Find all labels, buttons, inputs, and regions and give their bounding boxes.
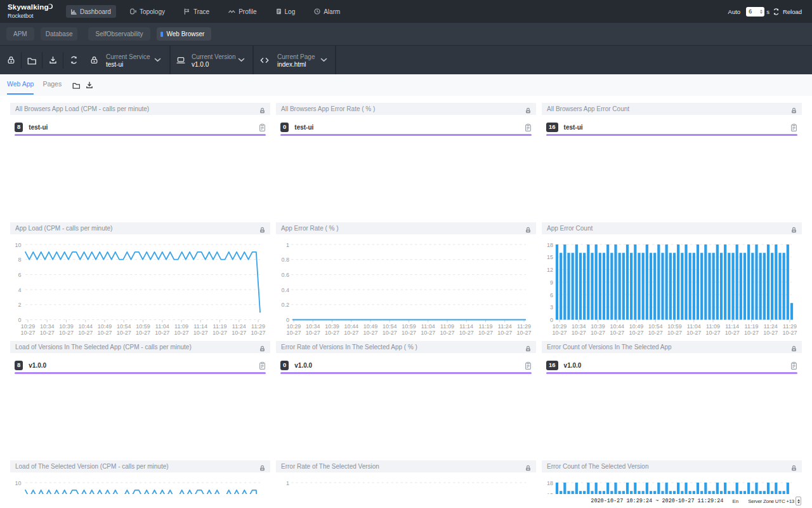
svg-text:10-27: 10-27 (725, 330, 740, 336)
svg-text:10-27: 10-27 (497, 330, 512, 336)
svg-text:1: 1 (286, 479, 289, 486)
svg-text:3: 3 (550, 304, 553, 311)
svg-text:11:04: 11:04 (155, 323, 169, 329)
svg-text:10: 10 (15, 479, 21, 486)
svg-text:10-27: 10-27 (648, 330, 663, 336)
svg-text:10-27: 10-27 (402, 330, 416, 336)
svg-text:0.4: 0.4 (281, 286, 289, 293)
svg-text:10:29: 10:29 (287, 323, 301, 329)
svg-text:10:39: 10:39 (59, 323, 74, 329)
svg-text:10:49: 10:49 (98, 323, 112, 329)
svg-text:11:29: 11:29 (251, 323, 265, 329)
svg-text:11:04: 11:04 (687, 323, 701, 329)
svg-text:10:39: 10:39 (325, 323, 339, 329)
svg-text:0.8: 0.8 (281, 257, 289, 263)
svg-text:0: 0 (286, 317, 289, 323)
svg-text:11:19: 11:19 (479, 323, 493, 329)
svg-text:10: 10 (15, 241, 21, 248)
svg-text:10-27: 10-27 (213, 330, 227, 336)
svg-text:0.2: 0.2 (281, 302, 289, 308)
svg-text:10-27: 10-27 (325, 330, 339, 336)
svg-text:10:54: 10:54 (648, 323, 663, 329)
svg-text:10:44: 10:44 (344, 323, 359, 329)
svg-text:10-27: 10-27 (629, 330, 643, 336)
svg-text:10:39: 10:39 (591, 323, 605, 329)
svg-text:10-27: 10-27 (667, 330, 682, 336)
svg-text:10-27: 10-27 (782, 330, 797, 336)
svg-text:10-27: 10-27 (20, 330, 35, 336)
svg-text:10:54: 10:54 (117, 323, 131, 329)
svg-text:11:09: 11:09 (174, 323, 188, 329)
svg-text:6: 6 (550, 291, 553, 298)
svg-text:11:09: 11:09 (706, 323, 720, 329)
svg-text:15: 15 (547, 254, 553, 260)
svg-text:11:24: 11:24 (764, 323, 778, 329)
svg-text:10:34: 10:34 (306, 323, 320, 329)
svg-text:10-27: 10-27 (155, 330, 169, 336)
svg-text:11:14: 11:14 (193, 323, 207, 329)
svg-text:10-27: 10-27 (193, 330, 208, 336)
svg-text:10-27: 10-27 (763, 330, 778, 336)
svg-text:9: 9 (550, 279, 553, 285)
svg-text:10:29: 10:29 (21, 323, 36, 329)
svg-text:10-27: 10-27 (136, 330, 150, 336)
svg-text:0: 0 (550, 317, 553, 323)
svg-text:10-27: 10-27 (744, 330, 759, 336)
svg-text:6: 6 (18, 271, 21, 277)
svg-text:11:04: 11:04 (421, 323, 435, 329)
svg-text:8: 8 (18, 257, 21, 263)
svg-text:1: 1 (286, 241, 289, 248)
svg-text:10:49: 10:49 (363, 323, 378, 329)
svg-text:11:29: 11:29 (517, 323, 531, 329)
svg-text:4: 4 (18, 286, 21, 293)
svg-text:2: 2 (18, 302, 21, 308)
svg-text:11:14: 11:14 (459, 323, 473, 329)
svg-text:10-27: 10-27 (516, 330, 531, 336)
svg-text:10:49: 10:49 (629, 323, 644, 329)
svg-text:10:59: 10:59 (402, 323, 416, 329)
svg-text:10:34: 10:34 (40, 323, 55, 329)
svg-text:10-27: 10-27 (478, 330, 493, 336)
svg-text:10-27: 10-27 (344, 330, 358, 336)
svg-text:10-27: 10-27 (440, 330, 454, 336)
svg-text:10-27: 10-27 (383, 330, 397, 336)
svg-text:11:09: 11:09 (440, 323, 454, 329)
svg-text:11:24: 11:24 (498, 323, 512, 329)
svg-text:10:54: 10:54 (383, 323, 397, 329)
svg-text:10-27: 10-27 (78, 330, 93, 336)
svg-text:11:14: 11:14 (725, 323, 739, 329)
svg-text:0.6: 0.6 (281, 271, 289, 277)
svg-text:12: 12 (547, 267, 553, 273)
svg-text:10-27: 10-27 (572, 330, 586, 336)
svg-text:10-27: 10-27 (306, 330, 320, 336)
svg-text:11:29: 11:29 (783, 323, 797, 329)
svg-text:11:19: 11:19 (745, 323, 759, 329)
svg-text:10-27: 10-27 (232, 330, 246, 336)
svg-text:10-27: 10-27 (117, 330, 131, 336)
svg-text:10-27: 10-27 (421, 330, 435, 336)
svg-text:10-27: 10-27 (686, 330, 701, 336)
svg-text:10-27: 10-27 (459, 330, 474, 336)
svg-text:10-27: 10-27 (610, 330, 624, 336)
svg-text:10:59: 10:59 (136, 323, 150, 329)
svg-text:10-27: 10-27 (59, 330, 74, 336)
svg-text:10-27: 10-27 (591, 330, 605, 336)
svg-text:10-27: 10-27 (174, 330, 188, 336)
svg-text:10-27: 10-27 (363, 330, 377, 336)
svg-text:11:19: 11:19 (213, 323, 227, 329)
svg-text:10:29: 10:29 (553, 323, 567, 329)
svg-text:10:44: 10:44 (610, 323, 625, 329)
svg-text:18: 18 (547, 241, 553, 248)
svg-text:10-27: 10-27 (251, 330, 265, 336)
svg-text:10-27: 10-27 (40, 330, 55, 336)
svg-text:18: 18 (547, 479, 553, 486)
svg-text:10:44: 10:44 (79, 323, 93, 329)
svg-text:10-27: 10-27 (552, 330, 566, 336)
svg-text:0: 0 (18, 317, 21, 323)
svg-text:10-27: 10-27 (286, 330, 301, 336)
svg-text:11:24: 11:24 (232, 323, 246, 329)
svg-text:10:59: 10:59 (667, 323, 682, 329)
svg-text:10:34: 10:34 (572, 323, 586, 329)
svg-text:10-27: 10-27 (97, 330, 112, 336)
svg-text:10-27: 10-27 (705, 330, 720, 336)
